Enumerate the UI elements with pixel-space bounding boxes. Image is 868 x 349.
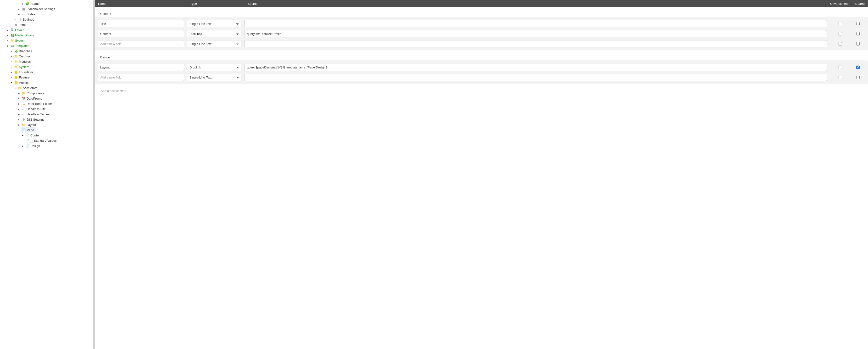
chevron-right-icon[interactable]: ▸	[18, 108, 20, 110]
field-unversioned-checkbox[interactable]	[839, 66, 842, 69]
field-shared-checkbox[interactable]	[856, 22, 860, 25]
tree-item-system[interactable]: ▸📁System	[2, 38, 93, 43]
chevron-right-icon[interactable]: ▸	[10, 50, 12, 52]
chevron-right-icon[interactable]: ▸	[18, 8, 20, 10]
tree-item-modules[interactable]: ▸📁Modules	[2, 59, 93, 64]
tree-item--standard-values[interactable]: ▸📄__Standard Values	[2, 138, 93, 143]
puzzle-icon: 🧩	[14, 49, 18, 53]
chevron-right-icon[interactable]: ▸	[10, 66, 12, 68]
field-name-input[interactable]	[98, 64, 184, 71]
tree-item-content[interactable]: ▸📄Content	[2, 133, 93, 138]
field-source-input[interactable]	[244, 40, 827, 48]
chevron-down-icon[interactable]: ▾	[18, 129, 20, 131]
tree-item-label: Headless Tenant	[27, 113, 50, 116]
section-title-input[interactable]	[98, 10, 865, 17]
field-row: Single-Line TextRich TextDroplink	[95, 29, 868, 39]
tree-item-label: Page	[27, 128, 34, 132]
field-source-input[interactable]	[244, 74, 827, 81]
chevron-right-icon[interactable]: ▸	[10, 71, 12, 73]
chevron-down-icon[interactable]: ▾	[14, 87, 16, 89]
field-name-input[interactable]	[98, 40, 184, 48]
chevron-right-icon[interactable]: ▸	[10, 24, 12, 26]
tree-item-styles[interactable]: ▸▭Styles	[2, 11, 93, 17]
field-shared-checkbox[interactable]	[856, 76, 860, 79]
field-unversioned-checkbox[interactable]	[839, 42, 842, 46]
field-name-input[interactable]	[98, 20, 184, 27]
tree-item-label: Project	[19, 81, 28, 85]
field-source-input[interactable]	[244, 20, 827, 27]
field-name-input[interactable]	[98, 74, 184, 81]
tree-item-label: Placeholder Settings	[27, 7, 55, 11]
chevron-down-icon[interactable]: ▾	[10, 81, 12, 84]
tree-item-design[interactable]: ▸📄Design	[2, 143, 93, 148]
chevron-right-icon[interactable]: ▸	[10, 60, 12, 63]
field-row: Single-Line TextRich TextDroplink	[95, 62, 868, 72]
chevron-right-icon[interactable]: ▸	[22, 145, 24, 147]
tree-item-branches[interactable]: ▸🧩Branches	[2, 48, 93, 54]
field-unversioned-checkbox[interactable]	[839, 22, 842, 25]
field-unversioned-checkbox[interactable]	[839, 32, 842, 35]
tree-item-placeholder-settings[interactable]: ▸▦Placeholder Settings	[2, 6, 93, 11]
doc-icon: 📄	[26, 133, 29, 137]
chevron-right-icon[interactable]: ▸	[10, 55, 12, 57]
chevron-right-icon[interactable]: ▸	[18, 123, 20, 126]
cal-icon: 📅	[22, 96, 26, 100]
field-type-select[interactable]: Single-Line TextRich TextDroplink	[187, 64, 241, 71]
tree-item-header[interactable]: ▸🧩Header	[2, 1, 93, 6]
tree-item-layout[interactable]: ▸🗄Layout	[2, 27, 93, 33]
folder-icon: 📁	[14, 65, 18, 69]
tree-item-label: Common	[19, 55, 32, 58]
field-shared-checkbox[interactable]	[856, 32, 860, 35]
tree-item-common[interactable]: ▸📁Common	[2, 54, 93, 59]
chevron-right-icon[interactable]: ▸	[18, 118, 20, 121]
field-shared-checkbox[interactable]	[856, 42, 860, 46]
field-source-input[interactable]	[244, 64, 827, 71]
chevron-right-icon[interactable]: ▸	[18, 103, 20, 105]
field-unversioned-checkbox[interactable]	[839, 76, 842, 79]
tree-item-project[interactable]: ▾📒Project	[2, 80, 93, 85]
chevron-right-icon[interactable]: ▸	[18, 13, 20, 15]
field-type-select[interactable]: Single-Line TextRich TextDroplink	[187, 30, 241, 37]
chevron-right-icon[interactable]: ▸	[10, 76, 12, 79]
tree-item-jss-settings[interactable]: ▸⚙JSS Settings	[2, 117, 93, 122]
chevron-right-icon[interactable]: ▸	[18, 113, 20, 115]
tree-item-datepromo-folder[interactable]: ▸🗂DatePromo Folder	[2, 101, 93, 106]
tree-item-templates[interactable]: ▾🗂Templates	[2, 43, 93, 48]
field-source-input[interactable]	[244, 30, 827, 37]
tree-item-headless-tenant[interactable]: ▸▭Headless Tenant	[2, 112, 93, 117]
chevron-right-icon[interactable]: ▸	[22, 2, 24, 5]
chevron-right-icon[interactable]: ▸	[6, 39, 9, 42]
tree-item-media-library[interactable]: ▸🖼Media Library	[2, 33, 93, 38]
chevron-right-icon[interactable]: ▸	[18, 92, 20, 94]
tree-item-label: DatePromo	[27, 97, 42, 100]
tree-item-components[interactable]: ▸📁Components	[2, 90, 93, 96]
new-field-row: Single-Line TextRich TextDroplink	[95, 72, 868, 82]
tree-item-datepromo[interactable]: ▸📅DatePromo	[2, 96, 93, 101]
tree-item-temp[interactable]: ▸▭Temp	[2, 22, 93, 27]
field-type-select[interactable]: Single-Line TextRich TextDroplink	[187, 40, 241, 48]
tree-item-accelerate[interactable]: ▾📁Accelerate	[2, 85, 93, 90]
field-type-select[interactable]: Single-Line TextRich TextDroplink	[187, 20, 241, 27]
section-title-input[interactable]	[98, 54, 865, 61]
folder-icon: 📁	[10, 38, 14, 42]
tree-item-feature[interactable]: ▸📒Feature	[2, 75, 93, 80]
field-name-input[interactable]	[98, 30, 184, 37]
tree-item-foundation[interactable]: ▸📒Foundation	[2, 69, 93, 75]
field-type-select[interactable]: Single-Line TextRich TextDroplink	[187, 74, 241, 81]
add-section-input[interactable]	[98, 87, 865, 94]
tree-item-page[interactable]: ▾📄Page	[2, 127, 93, 133]
tree-item-label: Temp	[19, 23, 27, 27]
field-shared-checkbox[interactable]	[856, 66, 860, 69]
tree-item-label: Feature	[19, 76, 30, 79]
tree-item-system[interactable]: ▸📁System	[2, 64, 93, 69]
tree-item-headless-site[interactable]: ▸▭Headless Site	[2, 106, 93, 112]
tree-item-settings[interactable]: ▸⚙Settings	[2, 17, 93, 22]
chevron-right-icon[interactable]: ▸	[22, 134, 24, 137]
chevron-right-icon[interactable]: ▸	[14, 18, 16, 21]
tree-item-layout[interactable]: ▸📁Layout	[2, 122, 93, 127]
chevron-right-icon[interactable]: ▸	[6, 29, 9, 31]
win-icon: ▭	[14, 23, 18, 27]
chevron-right-icon[interactable]: ▸	[6, 34, 9, 36]
chevron-right-icon[interactable]: ▸	[18, 97, 20, 99]
chevron-down-icon[interactable]: ▾	[6, 45, 9, 47]
